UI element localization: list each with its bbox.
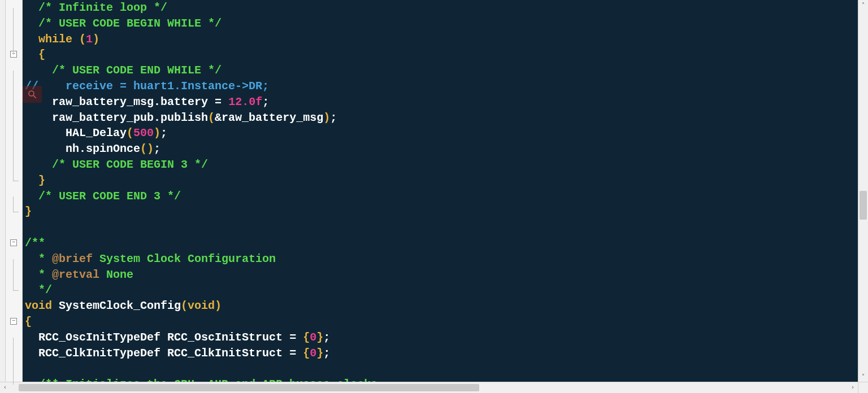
fold-guide-line [13,259,14,291]
code-line[interactable]: { [25,47,858,63]
svg-point-0 [29,91,34,96]
code-area[interactable]: /* Infinite loop */ /* USER CODE BEGIN W… [23,0,858,382]
scrollbar-corner [858,382,868,393]
scroll-right-arrow-icon[interactable]: › [848,382,858,393]
vertical-scroll-track[interactable] [858,10,868,372]
code-line[interactable]: } [25,204,858,220]
code-line[interactable]: raw_battery_msg.battery = 12.0f; [25,94,858,110]
fold-guide-line [13,71,14,181]
fold-toggle-icon[interactable]: − [10,318,17,325]
fold-toggle-icon[interactable]: − [10,239,17,246]
fold-guide-line [13,197,14,212]
code-line[interactable]: while (1) [25,32,858,47]
search-indicator-icon [23,86,42,103]
code-line[interactable]: */ [25,282,858,298]
fold-guide-endcap [13,290,19,291]
code-line[interactable]: /* USER CODE END WHILE */ [25,63,858,78]
code-line[interactable]: RCC_ClkInitTypeDef RCC_ClkInitStruct = {… [25,346,858,361]
scroll-left-arrow-icon[interactable]: ‹ [0,382,10,393]
code-line[interactable] [25,361,858,377]
horizontal-scroll-thumb[interactable] [19,384,479,391]
code-line[interactable]: } [25,173,858,189]
fold-toggle-icon[interactable]: − [10,51,17,58]
code-line[interactable]: HAL_Delay(500); [25,125,858,141]
code-line[interactable]: /* USER CODE BEGIN WHILE */ [25,16,858,32]
horizontal-scroll-track[interactable] [10,382,848,393]
scroll-down-arrow-icon[interactable]: ˅ [858,372,868,382]
fold-guide-line [13,8,14,55]
vertical-scrollbar[interactable]: ˄ ˅ [858,0,868,382]
code-line[interactable]: /* USER CODE END 3 */ [25,189,858,204]
fold-guide-line [13,338,14,385]
editor-viewport[interactable]: /* Infinite loop */ /* USER CODE BEGIN W… [23,0,858,382]
editor-main-row: −−− /* Infinite loop */ /* USER CODE BEG… [0,0,868,382]
code-line[interactable]: /* Infinite loop */ [25,0,858,16]
horizontal-scrollbar[interactable]: ‹ › [0,382,868,393]
code-line[interactable]: /** [25,235,858,251]
fold-guide-endcap [13,212,19,212]
code-line[interactable]: { [25,314,858,330]
code-line[interactable]: * @brief System Clock Configuration [25,251,858,267]
code-line[interactable]: void SystemClock_Config(void) [25,298,858,314]
svg-line-1 [33,95,36,98]
scroll-up-arrow-icon[interactable]: ˄ [858,0,868,10]
code-line[interactable]: * @retval None [25,267,858,283]
fold-gutter[interactable]: −−− [6,0,23,382]
code-line[interactable]: /** Initializes the CPU, AHB and APB bus… [25,377,858,382]
left-margin [0,0,6,382]
vertical-scroll-thumb[interactable] [860,191,867,220]
code-line[interactable]: // receive = huart1.Instance->DR; [25,78,858,94]
code-editor-root: −−− /* Infinite loop */ /* USER CODE BEG… [0,0,868,393]
code-line[interactable]: raw_battery_pub.publish(&raw_battery_msg… [25,110,858,126]
code-line[interactable]: RCC_OscInitTypeDef RCC_OscInitStruct = {… [25,330,858,346]
code-line[interactable] [25,220,858,235]
code-line[interactable]: /* USER CODE BEGIN 3 */ [25,157,858,173]
fold-guide-endcap [13,181,19,181]
code-line[interactable]: nh.spinOnce(); [25,141,858,157]
